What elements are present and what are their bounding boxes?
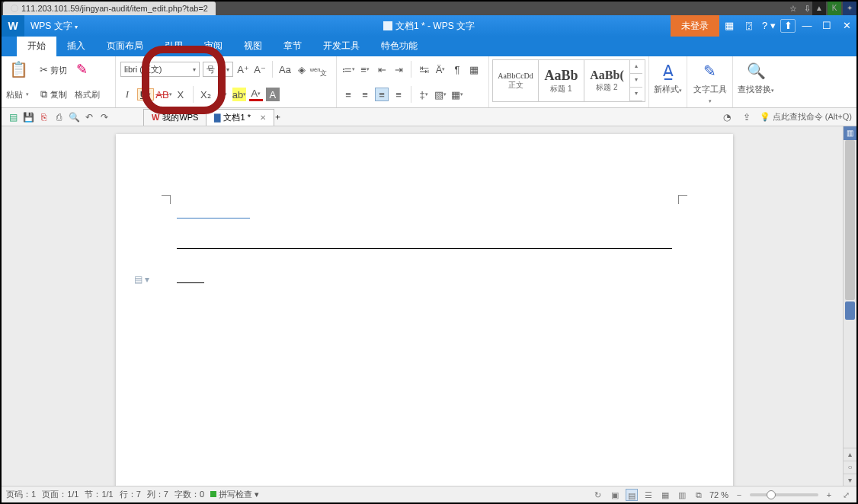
change-case-button[interactable]: Aa	[278, 62, 292, 76]
zoom-handle[interactable]	[767, 490, 776, 499]
underline-button[interactable]: U ▾	[137, 88, 154, 100]
text-effect-button[interactable]: A▾	[216, 88, 229, 101]
print-layout-icon[interactable]: ▤	[626, 489, 638, 501]
share-icon[interactable]: ⇪	[740, 110, 754, 124]
new-file-icon[interactable]: ▤	[6, 110, 20, 124]
tab-document1[interactable]: ▇ 文档1 * ✕	[206, 109, 274, 126]
status-section[interactable]: 节：1/1	[85, 489, 113, 500]
scroll-up-icon[interactable]: ▴	[844, 448, 856, 461]
numbering-button[interactable]: ≡▾	[358, 62, 372, 76]
tray-icon[interactable]: ✦	[843, 2, 856, 15]
upload-button[interactable]: ⬆	[780, 19, 796, 33]
tab-review[interactable]: 审阅	[194, 36, 233, 56]
scroll-thumb[interactable]	[845, 140, 855, 300]
font-color-button[interactable]: A▾	[249, 88, 263, 101]
font-name-combo[interactable]: libri (正文)▾	[120, 62, 200, 77]
help-button[interactable]: ? ▾	[759, 15, 779, 37]
status-col[interactable]: 列：7	[147, 489, 168, 500]
zoom-in-icon[interactable]: +	[823, 489, 835, 501]
login-button[interactable]: 未登录	[671, 15, 719, 37]
increase-indent-button[interactable]: ⇥	[392, 62, 405, 76]
status-spellcheck[interactable]: 拼写检查 ▾	[210, 489, 259, 500]
borders-button[interactable]: ▦▾	[450, 88, 464, 101]
print-preview-icon[interactable]: 🔍	[67, 110, 81, 124]
phonetic-button[interactable]: wén文	[312, 62, 325, 76]
scroll-position[interactable]	[845, 301, 855, 320]
tab-special[interactable]: 特色功能	[370, 36, 428, 56]
outline-view-icon[interactable]: ☰	[642, 489, 655, 501]
status-page-of[interactable]: 页面：1/1	[42, 489, 78, 500]
tab-dev[interactable]: 开发工具	[312, 36, 370, 56]
align-center-button[interactable]: ≡	[358, 88, 372, 101]
align-right-button[interactable]: ≡	[375, 88, 389, 101]
align-justify-button[interactable]: ≡	[392, 88, 405, 101]
export-pdf-icon[interactable]: ⎘	[37, 110, 50, 124]
vertical-scrollbar[interactable]: ▥ ▴ ○ ▾	[843, 126, 856, 486]
format-painter-button[interactable]: ✎	[75, 62, 88, 76]
save-icon[interactable]: 💾	[21, 110, 35, 124]
undo-icon[interactable]: ↶	[82, 110, 96, 124]
tray-icon[interactable]: ▲	[812, 2, 826, 15]
reading-view-icon[interactable]: ▣	[609, 489, 621, 501]
style-heading1[interactable]: AaBb 标题 1	[539, 60, 584, 101]
font-size-combo[interactable]: 号▾	[203, 62, 233, 77]
close-button[interactable]: ✕	[837, 15, 856, 37]
align-left-button[interactable]: ≡	[341, 88, 355, 101]
subscript-button[interactable]: X₂	[199, 88, 213, 101]
tab-ref[interactable]: 引用	[154, 36, 194, 56]
paste-button[interactable]: 📋	[6, 57, 30, 81]
style-body[interactable]: AaBbCcDd 正文	[493, 60, 539, 101]
tab-layout[interactable]: 页面布局	[96, 36, 154, 56]
draft-view-icon[interactable]: ▥	[676, 489, 688, 501]
minimize-button[interactable]: —	[797, 15, 817, 37]
bullets-button[interactable]: ≔▾	[341, 62, 355, 76]
section-nav-icon[interactable]: ⧉	[693, 489, 705, 501]
print-icon[interactable]: ⎙	[52, 110, 66, 124]
close-tab-icon[interactable]: ✕	[260, 113, 266, 122]
styles-gallery[interactable]: AaBbCcDd 正文 AaBb 标题 1 AaBb( 标题 2 ▴▾▾	[492, 59, 645, 102]
nav-pane-icon[interactable]: ▥	[844, 126, 856, 140]
browser-icon[interactable]: ⇩	[802, 3, 812, 14]
shrink-font-button[interactable]: A⁻	[253, 62, 267, 76]
new-style-button[interactable]: A̲ 新样式▾	[654, 59, 682, 95]
skin-button[interactable]: ▦	[719, 15, 739, 37]
browser-tab[interactable]: 111.203.101.59/jingyan-audit/item_edit.p…	[3, 2, 216, 15]
grow-font-button[interactable]: A⁺	[236, 62, 250, 76]
status-chars[interactable]: 字数：0	[174, 489, 204, 500]
browse-object-icon[interactable]: ○	[844, 461, 856, 474]
new-tab-button[interactable]: ＋	[274, 111, 282, 123]
highlight-button[interactable]: ab▾	[232, 88, 246, 101]
redo-icon[interactable]: ↷	[98, 110, 111, 124]
tab-view[interactable]: 视图	[233, 36, 273, 56]
tab-mywps[interactable]: W 我的WPS	[143, 109, 206, 126]
char-shading-button[interactable]: A	[266, 88, 280, 101]
superscript-button[interactable]: X	[174, 88, 187, 101]
status-page-no[interactable]: 页码：1	[6, 489, 36, 500]
zoom-out-icon[interactable]: −	[733, 489, 745, 501]
page[interactable]: ▤ ▾	[116, 134, 733, 486]
strikethrough-button[interactable]: AB▾	[157, 88, 171, 101]
history-icon[interactable]: ↻	[592, 489, 604, 501]
document-area[interactable]: ▤ ▾	[2, 126, 843, 486]
tab-chapter[interactable]: 章节	[273, 36, 312, 56]
tab-insert[interactable]: 插入	[56, 36, 96, 56]
decrease-indent-button[interactable]: ⇤	[375, 62, 389, 76]
zoom-slider[interactable]	[750, 493, 818, 496]
cut-button[interactable]: ✂剪切	[37, 62, 67, 76]
browser-icon[interactable]: ☆	[788, 3, 799, 14]
fit-page-icon[interactable]: ⤢	[840, 489, 852, 501]
copy-button[interactable]: ⧉复制	[37, 88, 67, 101]
text-tools-button[interactable]: ✎ 文字工具▾	[692, 59, 728, 104]
cloud-icon[interactable]: ◔	[720, 110, 734, 124]
scroll-down-icon[interactable]: ▾	[844, 474, 856, 486]
line-spacing-button[interactable]: ‡▾	[417, 88, 431, 101]
style-heading2[interactable]: AaBb( 标题 2	[584, 60, 630, 101]
zoom-level[interactable]: 72 %	[709, 490, 728, 499]
shading-button[interactable]: ▧▾	[434, 88, 447, 101]
italic-button[interactable]: I	[120, 88, 134, 101]
border-button[interactable]: ▦	[467, 62, 481, 76]
tips-button[interactable]: ⍰	[739, 15, 759, 37]
maximize-button[interactable]: ☐	[817, 15, 837, 37]
sort-button[interactable]: Ä▾	[434, 62, 447, 76]
status-line[interactable]: 行：7	[120, 489, 141, 500]
